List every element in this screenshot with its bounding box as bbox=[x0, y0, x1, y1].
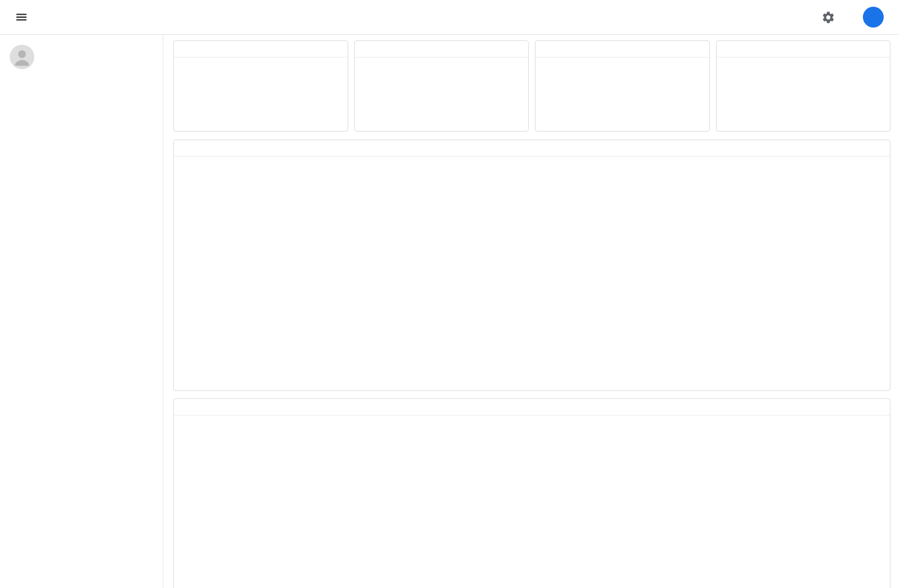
greeting-text bbox=[852, 12, 854, 23]
top-bar bbox=[0, 0, 899, 35]
stat-card-value bbox=[174, 58, 348, 131]
stat-card-value bbox=[355, 58, 529, 131]
stat-card-ticket-medio bbox=[354, 40, 529, 132]
sales-evolution-card bbox=[173, 140, 890, 391]
sales-evolution-chart bbox=[174, 157, 890, 390]
stat-card-media-produtos bbox=[716, 40, 891, 132]
hamburger-menu-icon[interactable] bbox=[14, 10, 29, 24]
main-content bbox=[163, 35, 899, 588]
stat-cards-row bbox=[173, 40, 890, 132]
combo-chart-canvas bbox=[174, 157, 889, 379]
profile-avatar bbox=[10, 45, 34, 72]
top-products-card bbox=[173, 398, 890, 588]
top-products-treemap bbox=[181, 430, 882, 588]
stat-card-value bbox=[717, 58, 890, 131]
avatar[interactable] bbox=[863, 7, 884, 28]
sidebar bbox=[0, 35, 163, 588]
sidebar-profile bbox=[0, 35, 163, 80]
stat-card-value bbox=[535, 58, 709, 131]
settings-gear-icon[interactable] bbox=[821, 10, 835, 24]
stat-card-vendas-realizadas bbox=[173, 40, 348, 132]
stat-card-produtos-vendidos bbox=[535, 40, 710, 132]
